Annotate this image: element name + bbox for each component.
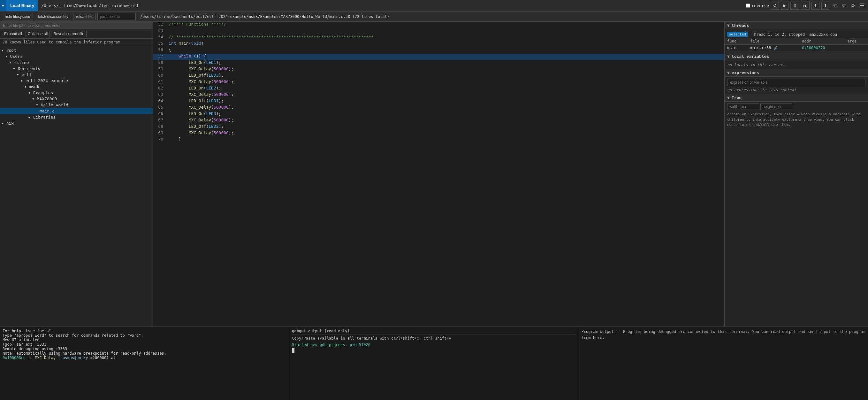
code-line[interactable]: 53 xyxy=(153,28,724,34)
code-line[interactable]: 63 MXC_Delay(500000); xyxy=(153,92,724,98)
tree-item[interactable]: ▾ MAX78000 xyxy=(0,96,153,102)
tree-item[interactable]: ▾ fstine xyxy=(0,59,153,65)
code-line[interactable]: 64 LED_Off(LED1); xyxy=(153,98,724,105)
gdbgui-hint: Copy/Paste available in all terminals wi… xyxy=(292,336,576,341)
code-line[interactable]: 57 while (1) { xyxy=(153,54,724,60)
reload-file-button[interactable]: reload file xyxy=(73,13,95,21)
code-line[interactable]: 69 MXC_Delay(500000); xyxy=(153,130,724,137)
line-content: MXC_Delay(500000); xyxy=(166,66,724,73)
reverse-checkbox[interactable] xyxy=(746,3,750,8)
gdb-help-line1: For help, type "help". xyxy=(3,329,286,333)
tree-item[interactable]: ▾ Users xyxy=(0,53,153,59)
threads-title: threads xyxy=(732,23,749,28)
code-line[interactable]: 56{ xyxy=(153,47,724,54)
menu-button[interactable]: ☰ xyxy=(859,3,865,9)
reveal-current-button[interactable]: Reveal current file xyxy=(51,31,87,37)
tree-item[interactable]: ▾ ectf xyxy=(0,71,153,78)
jump-to-line-input[interactable] xyxy=(97,13,136,21)
code-editor[interactable]: 52/***** Functions *****/5354// ********… xyxy=(153,22,724,327)
tree-height-input[interactable] xyxy=(761,103,792,110)
hide-filesystem-button[interactable]: hide filesystem xyxy=(2,13,33,21)
expressions-content: no expressions in this context xyxy=(724,77,868,94)
reverse-checkbox-label[interactable]: reverse xyxy=(746,3,769,8)
gdb-note: Note: automatically using hardware break… xyxy=(3,351,286,356)
tree-item[interactable]: ▸ Libraries xyxy=(0,114,153,120)
fetch-disassembly-button[interactable]: fetch disassembly xyxy=(35,13,71,21)
line-number: 54 xyxy=(153,34,166,41)
code-line[interactable]: 54// ***********************************… xyxy=(153,34,724,41)
line-content: int main(void) xyxy=(166,41,724,47)
code-line[interactable]: 70 } xyxy=(153,137,724,143)
ni-badge: NI xyxy=(831,3,838,8)
gdb-last-line: 0x100008ca in MXC_Delay ( us=us@entry =2… xyxy=(3,356,286,360)
code-line[interactable]: 61 MXC_Delay(500000); xyxy=(153,79,724,86)
thread-info: Thread 1, id 2, stopped, max32xxx.cpu xyxy=(752,32,837,37)
threads-content: selected Thread 1, id 2, stopped, max32x… xyxy=(724,29,868,53)
program-output-panel[interactable]: Program output -- Programs being debugge… xyxy=(579,327,868,400)
cursor-block xyxy=(292,348,294,353)
main-content: Expand all Collapse all Reveal current f… xyxy=(0,22,868,327)
continue-button[interactable]: ▶ xyxy=(781,2,788,9)
thread-addr-link[interactable]: 0x10000270 xyxy=(802,46,825,50)
code-line[interactable]: 68 LED_Off(LED2); xyxy=(153,124,724,130)
code-line[interactable]: 66 LED_On(LED3); xyxy=(153,111,724,118)
code-line[interactable]: 67 MXC_Delay(500000); xyxy=(153,118,724,124)
file-tree: ▾ root▾ Users▾ fstine▾ Documents▾ ectf▾ … xyxy=(0,46,153,327)
line-number: 69 xyxy=(153,130,166,137)
code-line[interactable]: 60 LED_Off(LED3); xyxy=(153,73,724,79)
line-number: 70 xyxy=(153,137,166,143)
tree-width-input[interactable] xyxy=(727,103,759,110)
expand-all-button[interactable]: Expand all xyxy=(2,31,24,37)
code-line[interactable]: 52/***** Functions *****/ xyxy=(153,22,724,28)
col-addr: addr xyxy=(799,38,845,45)
gdbgui-cursor-line xyxy=(292,348,576,353)
step-over-button[interactable]: ⏭ xyxy=(801,2,810,9)
settings-button[interactable]: ⚙ xyxy=(849,3,857,9)
code-line[interactable]: 58 LED_On(LED1); xyxy=(153,60,724,66)
refresh-button[interactable]: ↺ xyxy=(771,2,779,9)
line-content: /***** Functions *****/ xyxy=(166,22,724,28)
tree-item[interactable]: ▾ Documents xyxy=(0,65,153,71)
step-down-button[interactable]: ⬇ xyxy=(811,2,819,9)
tree-item[interactable]: ▾ ectf-2024-example xyxy=(0,78,153,84)
step-up-button[interactable]: ⬆ xyxy=(822,2,829,9)
gdb-remote: Remote debugging using :3333 xyxy=(3,347,286,351)
line-content: LED_Off(LED1); xyxy=(166,98,724,105)
tree-item[interactable]: ▾ Hello_World xyxy=(0,102,153,108)
file-path-input[interactable] xyxy=(0,22,153,29)
tree-item[interactable]: ▾ msdk xyxy=(0,84,153,90)
code-line[interactable]: 62 LED_On(LED2); xyxy=(153,86,724,92)
pause-button[interactable]: ⏸ xyxy=(790,2,799,9)
file-link-icon[interactable]: 🔗 xyxy=(773,46,777,50)
tree-section-header[interactable]: ▼ Tree xyxy=(724,94,868,101)
tree-item[interactable]: ▾ root xyxy=(0,47,153,53)
threads-section-header[interactable]: ▼ threads xyxy=(724,22,868,29)
tree-item[interactable]: ▸ nix xyxy=(0,120,153,126)
gdbgui-started: Started new gdb process, pid 51026 xyxy=(292,342,576,347)
gdb-console-inner: For help, type "help". Type "apropos wor… xyxy=(3,329,286,398)
line-content: MXC_Delay(500000); xyxy=(166,92,724,98)
code-line[interactable]: 65 MXC_Delay(500000); xyxy=(153,105,724,111)
line-content: MXC_Delay(500000); xyxy=(166,79,724,86)
code-line[interactable]: 59 MXC_Delay(500000); xyxy=(153,66,724,73)
gdbgui-output-panel[interactable]: gdbgui output (read-only) Copy/Paste ava… xyxy=(289,327,579,400)
gdb-console-panel[interactable]: For help, type "help". Type "apropos wor… xyxy=(0,327,289,400)
files-info: 78 known files used to compile the infer… xyxy=(0,39,153,46)
line-content: MXC_Delay(500000); xyxy=(166,105,724,111)
tree-inputs xyxy=(727,103,865,110)
load-binary-button[interactable]: Load Binary xyxy=(6,0,38,11)
expressions-header[interactable]: ▼ expressions xyxy=(724,69,868,77)
line-content: MXC_Delay(500000); xyxy=(166,130,724,137)
top-toolbar: ▾ Load Binary /Users/fstine/Downloads/le… xyxy=(0,0,868,11)
collapse-all-button[interactable]: Collapse all xyxy=(26,31,50,37)
expressions-arrow: ▼ xyxy=(727,70,730,75)
tree-item[interactable]: ▾ Examples xyxy=(0,90,153,96)
left-panel: Expand all Collapse all Reveal current f… xyxy=(0,22,153,327)
tree-item[interactable]: main.c xyxy=(0,108,153,114)
load-binary-dropdown[interactable]: ▾ xyxy=(0,0,6,11)
local-vars-header[interactable]: ▼ local variables xyxy=(724,53,868,60)
code-line[interactable]: 55int main(void) xyxy=(153,41,724,47)
line-content: MXC_Delay(500000); xyxy=(166,118,724,124)
line-number: 52 xyxy=(153,22,166,28)
expression-input[interactable] xyxy=(727,79,865,86)
